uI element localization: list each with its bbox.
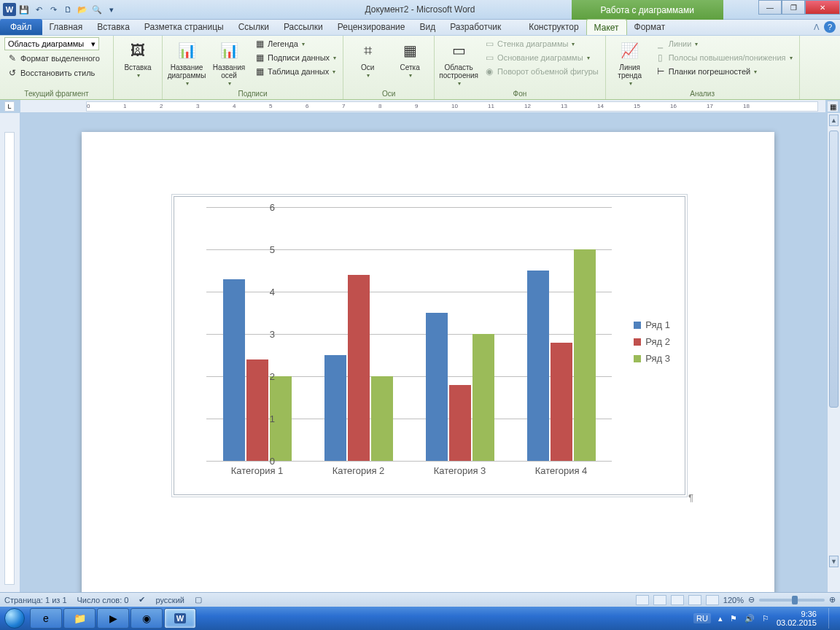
zoom-in-button[interactable]: ⊕ <box>829 595 836 604</box>
tab-references[interactable]: Ссылки <box>231 19 276 35</box>
minimize-button[interactable]: — <box>758 0 782 15</box>
chart-element-selector[interactable]: Область диаграммы▾ <box>4 37 99 50</box>
chart-legend[interactable]: Ряд 1Ряд 2Ряд 3 <box>634 314 670 370</box>
legend-item[interactable]: Ряд 3 <box>634 353 670 364</box>
bar[interactable] <box>574 249 596 461</box>
save-icon[interactable]: 💾 <box>18 3 31 16</box>
document-area[interactable]: Ряд 1Ряд 2Ряд 3 0123456Категория 1Катего… <box>20 113 840 592</box>
vertical-scrollbar[interactable]: ▲ ▼ <box>827 113 840 592</box>
tab-home[interactable]: Главная <box>42 19 90 35</box>
status-word-count[interactable]: Число слов: 0 <box>77 596 129 604</box>
ruler-toggle-icon[interactable]: ▦ <box>827 101 839 112</box>
axis-titles-button[interactable]: 📊Названия осей <box>209 37 249 89</box>
close-button[interactable]: ✕ <box>805 0 840 15</box>
status-page[interactable]: Страница: 1 из 1 <box>4 596 67 604</box>
trendline-button[interactable]: 📈Линия тренда <box>610 37 650 89</box>
tab-design[interactable]: Конструктор <box>521 19 586 35</box>
bar[interactable] <box>371 376 393 461</box>
taskbar-explorer-icon[interactable]: 📁 <box>63 608 96 629</box>
reset-style-button[interactable]: ↺Восстановить стиль <box>4 66 97 79</box>
error-bars-icon: ⊢ <box>655 66 666 77</box>
tab-format[interactable]: Формат <box>627 19 673 35</box>
taskbar-mediaplayer-icon[interactable]: ▶ <box>97 608 129 629</box>
tray-network-icon[interactable]: ⚑ <box>730 614 737 623</box>
bar[interactable] <box>551 343 572 461</box>
tab-developer[interactable]: Разработчик <box>443 19 508 35</box>
taskbar-chrome-icon[interactable]: ◉ <box>131 608 163 629</box>
insert-button[interactable]: 🖼Вставка <box>118 37 158 81</box>
new-doc-icon[interactable]: 🗋 <box>61 3 74 16</box>
legend-button[interactable]: ▦Легенда <box>252 37 338 50</box>
tray-clock[interactable]: 9:36 03.02.2015 <box>777 610 817 627</box>
scroll-up-icon[interactable]: ▲ <box>829 114 839 126</box>
qat-customize-icon[interactable]: ▾ <box>105 3 118 16</box>
error-bars-button[interactable]: ⊢Планки погрешностей <box>653 65 795 78</box>
gridlines-button[interactable]: ▦Сетка <box>390 37 429 81</box>
view-draft-button[interactable] <box>706 595 719 605</box>
tray-volume-icon[interactable]: 🔊 <box>744 614 755 623</box>
bar[interactable] <box>324 355 346 461</box>
window-title: Документ2 - Microsoft Word <box>365 4 475 15</box>
taskbar-ie-icon[interactable]: e <box>30 608 62 629</box>
status-language[interactable]: русский <box>155 596 184 604</box>
help-icon[interactable]: ? <box>824 21 836 33</box>
bar[interactable] <box>223 279 245 461</box>
data-labels-button[interactable]: ▦Подписи данных <box>252 51 338 64</box>
view-outline-button[interactable] <box>688 595 701 605</box>
start-button[interactable] <box>0 607 29 630</box>
tab-layout[interactable]: Макет <box>586 19 627 35</box>
scroll-down-icon[interactable]: ▼ <box>829 556 839 567</box>
data-table-button[interactable]: ▦Таблица данных <box>252 65 338 78</box>
macro-record-icon[interactable]: ▢ <box>195 595 202 604</box>
legend-item[interactable]: Ряд 1 <box>634 319 670 330</box>
maximize-button[interactable]: ❐ <box>782 0 805 15</box>
legend-item[interactable]: Ряд 2 <box>634 336 670 347</box>
ribbon-group-label: Анализ <box>610 90 795 99</box>
axes-button[interactable]: ⌗Оси <box>348 37 387 81</box>
undo-icon[interactable]: ↶ <box>32 3 45 16</box>
horizontal-ruler[interactable]: L 0123456789101112131415161718 ▦ <box>20 100 825 113</box>
tab-file[interactable]: Файл <box>0 19 42 35</box>
bar[interactable] <box>348 275 370 461</box>
open-icon[interactable]: 📂 <box>76 3 89 16</box>
show-desktop-button[interactable] <box>828 608 834 629</box>
minimize-ribbon-icon[interactable]: ᐱ <box>814 23 820 32</box>
tab-review[interactable]: Рецензирование <box>330 19 413 35</box>
tab-mailings[interactable]: Рассылки <box>276 19 330 35</box>
tray-action-center-icon[interactable]: ⚐ <box>762 614 769 623</box>
data-table-icon: ▦ <box>254 66 265 77</box>
updown-bars-button: ▯Полосы повышения/понижения <box>653 51 795 64</box>
vertical-ruler[interactable] <box>0 113 20 592</box>
tray-language[interactable]: RU <box>693 613 711 623</box>
bar[interactable] <box>426 313 448 461</box>
chart-object[interactable]: Ряд 1Ряд 2Ряд 3 0123456Категория 1Катего… <box>174 196 685 495</box>
tab-view[interactable]: Вид <box>412 19 443 35</box>
scrollbar-thumb[interactable] <box>829 131 839 408</box>
tab-insert[interactable]: Вставка <box>90 19 137 35</box>
view-web-button[interactable] <box>671 595 684 605</box>
chart-wall-button: ▭Стенка диаграммы <box>481 37 601 50</box>
tab-selector[interactable]: L <box>4 101 15 112</box>
legend-icon: ▦ <box>254 38 265 50</box>
view-fullscreen-button[interactable] <box>653 595 666 605</box>
bar[interactable] <box>527 271 549 461</box>
format-selection-button[interactable]: ✎Формат выделенного <box>4 52 102 65</box>
chart-tools-context-tab: Работа с диаграммами <box>572 0 724 20</box>
taskbar-word-icon[interactable]: W <box>164 608 196 629</box>
browse-object-controls[interactable] <box>829 570 839 591</box>
bar[interactable] <box>472 334 494 461</box>
chart-title-button[interactable]: 📊Название диаграммы <box>167 37 206 89</box>
view-print-layout-button[interactable] <box>636 595 649 605</box>
zoom-out-button[interactable]: ⊖ <box>748 595 755 604</box>
print-preview-icon[interactable]: 🔍 <box>90 3 104 16</box>
tab-page-layout[interactable]: Разметка страницы <box>137 19 231 35</box>
bar[interactable] <box>449 385 471 461</box>
plot-area-button[interactable]: ▭Область построения <box>439 37 478 89</box>
spellcheck-icon[interactable]: ✔ <box>139 595 145 604</box>
zoom-slider[interactable] <box>759 599 825 602</box>
zoom-level[interactable]: 120% <box>723 596 744 604</box>
picture-icon: 🖼 <box>126 39 149 62</box>
tray-show-hidden-icon[interactable]: ▴ <box>718 614 723 623</box>
redo-icon[interactable]: ↷ <box>47 3 60 16</box>
workspace: Ряд 1Ряд 2Ряд 3 0123456Категория 1Катего… <box>0 113 840 592</box>
